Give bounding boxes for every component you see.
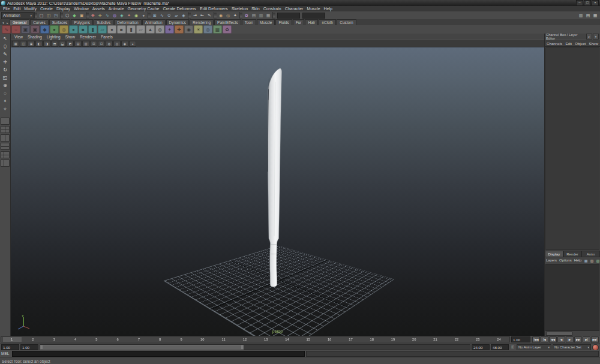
open-scene-icon[interactable]: ◫ xyxy=(45,12,52,19)
panel-menu-item[interactable]: Renderer xyxy=(77,35,98,39)
command-line-mode-label[interactable]: MEL xyxy=(1,351,11,356)
panel-toolbar-icon[interactable]: ▦ xyxy=(12,41,19,47)
shelf-tab[interactable]: Fur xyxy=(293,19,305,25)
layout-single-pane-button[interactable] xyxy=(1,118,10,125)
menu-item[interactable]: Display xyxy=(55,7,72,11)
shelf-curve-tool-icon[interactable]: ∿ xyxy=(2,25,11,34)
panel-toolbar-icon[interactable]: ▥ xyxy=(82,41,89,47)
lasso-tool-icon[interactable]: ⬯ xyxy=(1,43,9,50)
shelf-light-icon[interactable]: ☀ xyxy=(194,25,203,34)
menu-item[interactable]: Assets xyxy=(91,7,107,11)
step-forward-frame-button[interactable]: ▶| xyxy=(583,336,590,343)
soft-mod-tool-icon[interactable]: ◌ xyxy=(1,89,9,97)
step-forward-key-button[interactable]: ▶▶ xyxy=(574,336,582,343)
status-group-divider[interactable] xyxy=(272,12,275,19)
panel-menu-item[interactable]: Lighting xyxy=(44,35,63,39)
show-manipulator-icon[interactable]: ⌖ xyxy=(1,97,9,105)
shelf-poly-cylinder-icon[interactable]: ▮ xyxy=(127,25,136,34)
panel-toolbar-icon[interactable]: ▣ xyxy=(28,41,35,47)
animation-end-field[interactable]: 48.00 xyxy=(491,344,509,350)
paint-effects-icon[interactable]: ✿ xyxy=(243,12,250,19)
play-backwards-button[interactable]: ◀ xyxy=(557,336,565,343)
command-input-field[interactable] xyxy=(12,351,305,357)
menu-item[interactable]: Geometry Cache xyxy=(126,7,161,11)
panel-toolbar-icon[interactable]: ◨ xyxy=(43,41,50,47)
layout-outliner-persp-button[interactable] xyxy=(1,160,10,167)
shelf-tab[interactable]: Surfaces xyxy=(49,19,71,25)
ipr-render-icon[interactable]: ◎ xyxy=(224,12,232,19)
shelf-tab[interactable]: Deformation xyxy=(114,19,141,25)
layer-new-empty-icon[interactable]: ▧ xyxy=(589,258,595,263)
shelf-texture-icon[interactable]: ▦ xyxy=(213,25,222,34)
status-group-divider[interactable] xyxy=(148,12,151,19)
shelf-tab[interactable]: Animation xyxy=(142,19,166,25)
panel-menu-item[interactable]: Show xyxy=(63,35,77,39)
viewport-canvas[interactable]: y persp xyxy=(11,47,544,336)
timeline-track[interactable]: 123456789101112131415161718192021222324 xyxy=(1,336,510,342)
mask-joints-icon[interactable]: ✛ xyxy=(97,12,104,19)
shelf-history-icon[interactable]: ▣ xyxy=(21,25,30,34)
shelf-poly-torus-icon[interactable]: ◍ xyxy=(155,25,164,34)
channel-box-menu-item[interactable]: Object xyxy=(575,41,586,46)
go-to-start-button[interactable]: |◀◀ xyxy=(532,336,540,343)
mask-dynamics-icon[interactable]: ✦ xyxy=(125,12,133,19)
input-connections-icon[interactable]: ⇥ xyxy=(191,12,199,19)
layer-new-from-selected-icon[interactable]: ▨ xyxy=(595,258,600,263)
shelf-tab[interactable]: PaintEffects xyxy=(214,19,241,25)
shelf-tab[interactable]: General xyxy=(10,19,29,25)
paint-select-tool-icon[interactable]: ✎ xyxy=(1,50,9,58)
menu-item[interactable]: Constrain xyxy=(262,7,283,11)
menu-item[interactable]: Window xyxy=(72,7,91,11)
channel-box-speed-icon[interactable]: ▾ xyxy=(593,34,599,40)
quick-rename-field[interactable] xyxy=(302,13,325,19)
menu-item[interactable]: Skin xyxy=(250,7,262,11)
layout-four-pane-button[interactable] xyxy=(1,126,10,133)
menu-item[interactable]: File xyxy=(1,7,11,11)
shelf-blue-node-icon[interactable]: ◆ xyxy=(40,25,49,34)
menu-item[interactable]: Edit Deformers xyxy=(198,7,230,11)
range-start-handle[interactable] xyxy=(41,345,43,349)
make-live-icon[interactable]: ◈ xyxy=(180,12,187,19)
shelf-nurbs-plane-icon[interactable]: ▱ xyxy=(98,25,107,34)
panel-toolbar-icon[interactable]: ⬓ xyxy=(59,41,66,47)
set-key-icon[interactable]: ⚿ xyxy=(510,345,515,350)
rotate-tool-icon[interactable]: ↻ xyxy=(1,66,9,74)
machete-model[interactable] xyxy=(11,47,544,336)
range-slider-track[interactable] xyxy=(40,344,470,350)
menu-item[interactable]: Skeleton xyxy=(230,7,250,11)
panel-menu-item[interactable]: Shading xyxy=(25,35,44,39)
snap-to-curve-icon[interactable]: ∿ xyxy=(158,12,166,19)
layer-editor-menu-item[interactable]: Layers xyxy=(546,258,557,262)
status-group-divider[interactable] xyxy=(239,12,242,19)
playback-end-field[interactable]: 24.00 xyxy=(472,344,490,350)
toggle-view-icon[interactable]: ▦ xyxy=(265,12,272,19)
output-connections-icon[interactable]: ⇤ xyxy=(199,12,206,19)
menu-item[interactable]: Help xyxy=(322,7,334,11)
shelf-yellow-node-icon[interactable]: ◎ xyxy=(59,25,68,34)
mask-curves-icon[interactable]: ∿ xyxy=(104,12,111,19)
layer-editor-tab[interactable]: Render xyxy=(563,251,582,257)
mask-surfaces-icon[interactable]: ◍ xyxy=(111,12,118,19)
shelf-green-node-icon[interactable]: ● xyxy=(50,25,59,34)
shelf-poly-cube-icon[interactable]: ■ xyxy=(117,25,126,34)
shelf-nurbs-cube-icon[interactable]: ■ xyxy=(79,25,88,34)
shelf-misc-icon[interactable]: ✿ xyxy=(223,25,232,34)
construction-history-icon[interactable]: ✎ xyxy=(206,12,213,19)
shelf-tab[interactable]: Toon xyxy=(242,19,256,25)
shelf-render-icon[interactable]: ◉ xyxy=(184,25,193,34)
mask-handles-icon[interactable]: ✚ xyxy=(89,12,97,19)
universal-manipulator-icon[interactable]: ⊕ xyxy=(1,82,9,89)
new-scene-icon[interactable]: ▢ xyxy=(38,12,45,19)
channel-list-empty-area[interactable] xyxy=(545,47,599,250)
maximize-button[interactable]: □ xyxy=(584,0,591,6)
shelf-tab[interactable]: Muscle xyxy=(257,19,275,25)
step-back-frame-button[interactable]: |◀ xyxy=(541,336,548,343)
render-current-frame-icon[interactable]: ◉ xyxy=(217,12,224,19)
snap-to-grid-icon[interactable]: ⊞ xyxy=(151,12,158,19)
panel-toolbar-icon[interactable]: ◩ xyxy=(67,41,74,47)
menu-item[interactable]: Create xyxy=(38,7,55,11)
select-object-icon[interactable]: ◆ xyxy=(71,12,78,19)
shelf-poly-cone-icon[interactable]: ▲ xyxy=(146,25,155,34)
panel-toolbar-icon[interactable]: ⊞ xyxy=(90,41,97,47)
channel-box-menu-item[interactable]: Show xyxy=(589,41,598,46)
